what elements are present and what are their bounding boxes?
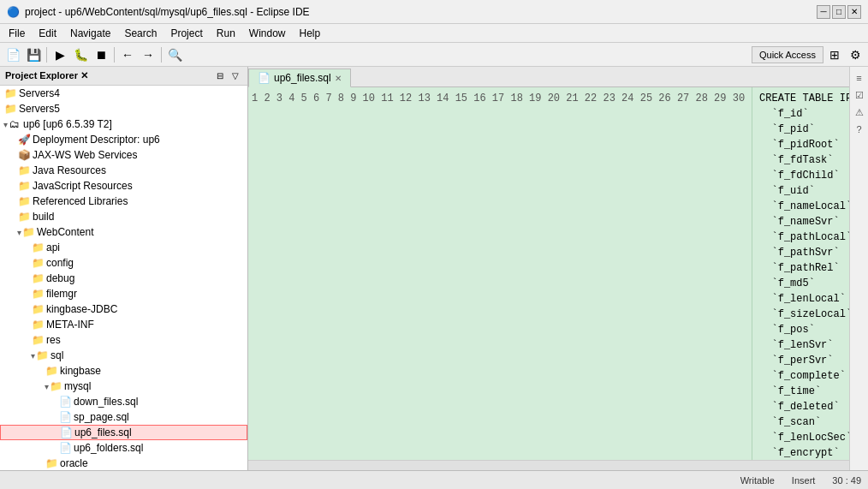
folder-icon: 📁	[31, 241, 45, 254]
folder-icon: 📁	[31, 302, 45, 316]
tree-item-label-webcontent: WebContent	[37, 226, 94, 238]
tree-item-referenced-libraries[interactable]: 📁Referenced Libraries	[0, 194, 247, 209]
folder-icon: 📁	[3, 86, 17, 100]
tree-item-up6-files-sql[interactable]: 📄up6_files.sql	[0, 425, 247, 440]
tree-item-label-referenced-libraries: Referenced Libraries	[33, 195, 128, 207]
problems-icon[interactable]: ⚠	[852, 104, 867, 120]
tree-item-webcontent[interactable]: ▾ 📁WebContent	[0, 224, 247, 240]
tab-up6-files-sql[interactable]: 📄 up6_files.sql ✕	[248, 69, 351, 87]
new-button[interactable]: 📄	[3, 45, 22, 64]
title-bar: 🔵 project - up6/WebContent/sql/mysql/up6…	[0, 0, 868, 24]
maximize-button[interactable]: □	[832, 5, 846, 19]
tree-item-label-deployment: Deployment Descriptor: up6	[33, 134, 160, 146]
line-numbers: 1 2 3 4 5 6 7 8 9 10 11 12 13 14 15 16 1…	[248, 87, 752, 460]
tree-item-kingbase-jdbc[interactable]: 📁kingbase-JDBC	[0, 301, 247, 317]
tree-item-deployment[interactable]: 🚀Deployment Descriptor: up6	[0, 132, 247, 147]
perspectives-button[interactable]: ⊞	[825, 45, 844, 64]
folder-icon: 📁	[31, 333, 45, 347]
tree-item-servers5[interactable]: 📁Servers5	[0, 101, 247, 116]
menu-run[interactable]: Run	[211, 26, 241, 41]
tree-item-label-kingbase-jdbc: kingbase-JDBC	[46, 303, 117, 315]
tree-item-build[interactable]: 📁build	[0, 209, 247, 224]
settings-button[interactable]: ⚙	[846, 45, 865, 64]
toolbar-separator-1	[46, 47, 47, 63]
project-icon: 🗂	[8, 117, 21, 131]
panel-header-icons: ⊟ ▽	[213, 69, 242, 83]
tree-item-label-sp-page-sql: sp_page.sql	[74, 411, 129, 423]
window-title: project - up6/WebContent/sql/mysql/up6_f…	[25, 6, 310, 18]
tree-item-label-java-resources: Java Resources	[33, 164, 106, 176]
tree-item-meta-inf[interactable]: 📁META-INF	[0, 317, 247, 332]
tree-item-java-resources[interactable]: 📁Java Resources	[0, 163, 247, 178]
outline-icon[interactable]: ≡	[852, 70, 867, 86]
project-explorer-panel: Project Explorer ✕ ⊟ ▽ 📁Servers4 📁Server…	[0, 67, 248, 470]
tree-item-up6-folders-sql[interactable]: 📄up6_folders.sql	[0, 440, 247, 456]
menu-navigate[interactable]: Navigate	[65, 26, 116, 41]
tree-item-kingbase[interactable]: 📁kingbase	[0, 363, 247, 379]
menu-search[interactable]: Search	[119, 26, 162, 41]
collapse-all-button[interactable]: ⊟	[213, 69, 227, 83]
close-button[interactable]: ✕	[847, 5, 861, 19]
tab-icon: 📄	[258, 72, 271, 84]
tree-item-label-debug: debug	[46, 272, 74, 284]
code-editor[interactable]: CREATE TABLE IF NOT EXISTS `up6_files` (…	[752, 87, 849, 460]
stop-button[interactable]: ⏹	[92, 45, 110, 64]
forward-button[interactable]: →	[139, 45, 158, 64]
tree-item-label-javascript-resources: JavaScript Resources	[33, 180, 133, 192]
task-icon[interactable]: ☑	[852, 87, 867, 103]
file-tree[interactable]: 📁Servers4 📁Servers5▾ 🗂up6 [up6 6.5.39 T2…	[0, 86, 247, 470]
tree-item-jaxws[interactable]: 📦JAX-WS Web Services	[0, 147, 247, 163]
menu-file[interactable]: File	[3, 26, 30, 41]
tree-item-sql[interactable]: ▾ 📁sql	[0, 348, 247, 363]
tree-item-label-oracle: oracle	[60, 457, 88, 469]
tree-item-sp-page-sql[interactable]: 📄sp_page.sql	[0, 409, 247, 425]
folder-icon: 📁	[21, 225, 35, 239]
tree-item-api[interactable]: 📁api	[0, 240, 247, 255]
tree-item-down-files-sql[interactable]: 📄down_files.sql	[0, 394, 247, 409]
search-button[interactable]: 🔍	[165, 45, 184, 64]
status-bar: Writable Insert 30 : 49	[0, 470, 868, 489]
debug-button[interactable]: 🐛	[71, 45, 90, 64]
menu-edit[interactable]: Edit	[33, 26, 62, 41]
folder-icon: 📁	[49, 379, 62, 393]
menu-help[interactable]: Help	[294, 26, 326, 41]
tab-close-button[interactable]: ✕	[335, 74, 342, 83]
tree-item-label-up6-folders-sql: up6_folders.sql	[74, 442, 143, 454]
panel-menu-button[interactable]: ▽	[229, 69, 242, 83]
menu-window[interactable]: Window	[244, 26, 291, 41]
folder-icon: 📁	[31, 287, 45, 301]
back-button[interactable]: ←	[118, 45, 137, 64]
menu-project[interactable]: Project	[165, 26, 207, 41]
tree-item-label-servers5: Servers5	[19, 103, 60, 115]
tree-item-javascript-resources[interactable]: 📁JavaScript Resources	[0, 178, 247, 194]
tree-item-res[interactable]: 📁res	[0, 332, 247, 348]
horizontal-scrollbar[interactable]	[248, 460, 849, 470]
tree-item-label-down-files-sql: down_files.sql	[74, 396, 138, 408]
folder-icon: 📁	[17, 210, 31, 224]
run-button[interactable]: ▶	[51, 45, 69, 64]
tree-item-label-servers4: Servers4	[19, 87, 60, 99]
tree-item-label-mysql: mysql	[64, 380, 91, 392]
toolbar-separator-3	[161, 47, 162, 63]
save-button[interactable]: 💾	[24, 45, 43, 64]
tree-item-oracle[interactable]: 📁oracle	[0, 456, 247, 470]
sql-file-icon: 📄	[58, 441, 72, 455]
minimize-button[interactable]: ─	[817, 5, 830, 19]
tree-item-up6[interactable]: ▾ 🗂up6 [up6 6.5.39 T2]	[0, 116, 247, 132]
cheatsheet-icon[interactable]: ?	[852, 122, 867, 137]
tree-item-mysql[interactable]: ▾ 📁mysql	[0, 379, 247, 394]
app-icon: 🔵	[7, 6, 20, 18]
tree-item-debug[interactable]: 📁debug	[0, 271, 247, 286]
tree-item-config[interactable]: 📁config	[0, 255, 247, 271]
editor-content[interactable]: 1 2 3 4 5 6 7 8 9 10 11 12 13 14 15 16 1…	[248, 87, 849, 460]
tree-item-label-sql: sql	[51, 349, 63, 361]
tree-item-label-api: api	[46, 242, 60, 253]
insert-mode-status: Insert	[792, 475, 816, 486]
quick-access-button[interactable]: Quick Access	[752, 46, 823, 63]
folder-icon: 📁	[31, 318, 45, 331]
sql-file-icon: 📄	[58, 410, 72, 424]
tree-item-filemgr[interactable]: 📁filemgr	[0, 286, 247, 301]
tree-item-servers4[interactable]: 📁Servers4	[0, 86, 247, 101]
folder-icon: 📁	[17, 179, 31, 193]
item-icon: 📦	[17, 148, 31, 162]
